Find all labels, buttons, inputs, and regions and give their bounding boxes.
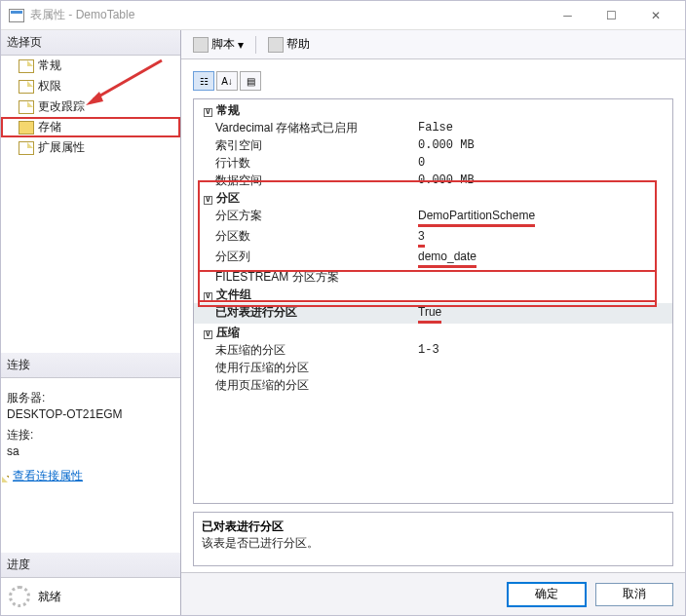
table-icon	[9, 9, 24, 22]
category-label: 分区	[216, 189, 672, 207]
property-row[interactable]: Vardecimal 存储格式已启用False	[194, 119, 672, 136]
ready-label: 就绪	[38, 589, 61, 605]
page-item-storage[interactable]: 存储	[1, 117, 180, 137]
server-label: 服务器:	[7, 390, 174, 406]
page-item-extended-properties[interactable]: 扩展属性	[1, 137, 180, 158]
property-row[interactable]: 使用行压缩的分区	[194, 359, 672, 376]
collapse-icon[interactable]: v	[204, 330, 212, 339]
property-name: 已对表进行分区	[194, 303, 418, 324]
collapse-icon[interactable]: v	[204, 292, 212, 301]
property-row[interactable]: 行计数0	[194, 154, 672, 172]
view-connection-properties-link[interactable]: 查看连接属性	[13, 468, 83, 484]
categorized-button[interactable]: ☷	[193, 71, 214, 91]
category-label: 常规	[216, 101, 672, 119]
property-name: 使用行压缩的分区	[194, 359, 418, 376]
property-value: 0.000 MB	[418, 172, 672, 189]
property-row[interactable]: 未压缩的分区1-3	[194, 341, 672, 359]
property-value: 3	[418, 227, 672, 248]
property-value: demo_date	[418, 248, 672, 268]
property-row[interactable]: 分区数3	[194, 227, 672, 248]
page-item-permissions[interactable]: 权限	[1, 76, 180, 96]
description-pane: 已对表进行分区 该表是否已进行分区。	[193, 512, 673, 566]
property-name: Vardecimal 存储格式已启用	[194, 119, 418, 136]
category-row[interactable]: v压缩	[194, 324, 672, 341]
ok-button[interactable]: 确定	[508, 583, 586, 606]
property-name: 分区数	[194, 227, 418, 248]
category-row[interactable]: v文件组	[194, 286, 672, 303]
property-row[interactable]: 使用页压缩的分区	[194, 376, 672, 394]
help-button[interactable]: 帮助	[264, 34, 314, 55]
category-label: 文件组	[216, 286, 672, 303]
properties-button[interactable]: ▤	[240, 71, 261, 91]
category-row[interactable]: v常规	[194, 101, 672, 119]
close-button[interactable]: ✕	[633, 1, 677, 30]
property-grid: v常规Vardecimal 存储格式已启用False索引空间0.000 MB行计…	[193, 98, 673, 504]
property-row[interactable]: 索引空间0.000 MB	[194, 136, 672, 154]
property-name: 使用页压缩的分区	[194, 376, 418, 394]
connection-info: 服务器: DESKTOP-OT21EGM 连接: sa 查看连接属性	[1, 378, 180, 494]
connection-value: sa	[7, 444, 174, 458]
property-name: FILESTREAM 分区方案	[194, 268, 418, 286]
link-icon	[7, 476, 9, 478]
description-title: 已对表进行分区	[202, 519, 665, 535]
description-body: 该表是否已进行分区。	[202, 535, 665, 552]
maximize-button[interactable]: ☐	[590, 1, 633, 30]
collapse-icon[interactable]: v	[204, 196, 212, 205]
property-row[interactable]: FILESTREAM 分区方案	[194, 268, 672, 286]
right-panel: 脚本 ▾ 帮助 ☷ A↓ ▤ v常规Vardecimal 存储格式已启用Fals…	[181, 30, 685, 615]
property-value	[418, 359, 672, 376]
folder-icon	[19, 121, 34, 135]
script-button[interactable]: 脚本 ▾	[189, 34, 248, 55]
page-list: 常规 权限 更改跟踪 存储 扩展属性	[1, 56, 180, 158]
alphabetical-button[interactable]: A↓	[216, 71, 238, 91]
page-icon	[19, 141, 34, 155]
server-value: DESKTOP-OT21EGM	[7, 407, 174, 421]
cancel-button[interactable]: 取消	[595, 583, 673, 606]
property-row[interactable]: 已对表进行分区True	[194, 303, 672, 324]
property-row[interactable]: 分区列demo_date	[194, 248, 672, 268]
titlebar: 表属性 - DemoTable ─ ☐ ✕	[1, 1, 685, 30]
collapse-icon[interactable]: v	[204, 108, 212, 117]
progress-header: 进度	[1, 553, 180, 578]
property-value: False	[418, 119, 672, 136]
propertygrid-toolbar: ☷ A↓ ▤	[193, 71, 673, 91]
category-label: 压缩	[216, 324, 672, 341]
page-item-change-tracking[interactable]: 更改跟踪	[1, 96, 180, 117]
property-name: 数据空间	[194, 172, 418, 189]
progress-area: 就绪	[1, 578, 180, 615]
page-icon	[19, 100, 34, 114]
property-value: 1-3	[418, 341, 672, 359]
help-icon	[268, 37, 284, 53]
property-value: 0.000 MB	[418, 136, 672, 154]
property-value: 0	[418, 154, 672, 172]
window-title: 表属性 - DemoTable	[30, 7, 546, 23]
page-icon	[19, 80, 34, 94]
property-row[interactable]: 分区方案DemoPartitionScheme	[194, 207, 672, 227]
property-name: 索引空间	[194, 136, 418, 154]
property-value	[418, 376, 672, 394]
chevron-down-icon: ▾	[238, 38, 244, 52]
property-row[interactable]: 数据空间0.000 MB	[194, 172, 672, 189]
property-name: 未压缩的分区	[194, 341, 418, 359]
content-toolbar: 脚本 ▾ 帮助	[181, 30, 685, 59]
property-name: 分区列	[194, 248, 418, 268]
minimize-button[interactable]: ─	[546, 1, 590, 30]
left-panel: 选择页 常规 权限 更改跟踪 存储 扩展属性 连接 服务器: DESKTOP-O…	[1, 30, 181, 615]
select-page-header: 选择页	[1, 30, 180, 56]
category-row[interactable]: v分区	[194, 189, 672, 207]
property-value: True	[418, 303, 672, 324]
property-value: DemoPartitionScheme	[418, 207, 672, 227]
property-name: 行计数	[194, 154, 418, 172]
dialog-footer: 确定 取消	[181, 572, 685, 615]
connection-header: 连接	[1, 353, 180, 378]
page-icon	[19, 59, 34, 73]
connection-label: 连接:	[7, 427, 174, 443]
property-name: 分区方案	[194, 207, 418, 227]
spinner-icon	[9, 586, 30, 607]
script-icon	[193, 37, 209, 53]
property-value	[418, 268, 672, 286]
table-properties-dialog: 表属性 - DemoTable ─ ☐ ✕ 选择页 常规 权限 更改跟踪 存储 …	[0, 0, 686, 616]
page-item-general[interactable]: 常规	[1, 56, 180, 76]
